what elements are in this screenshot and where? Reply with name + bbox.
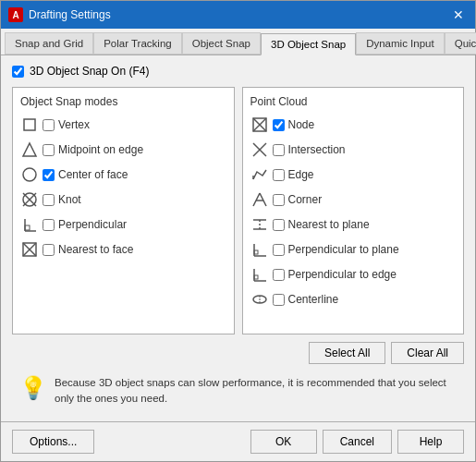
centerline-label: Centerline <box>288 293 339 306</box>
snap-centerline: Centerline <box>250 290 457 309</box>
knot-checkbox[interactable] <box>43 194 55 206</box>
perp-plane-icon <box>250 240 269 259</box>
help-button[interactable]: Help <box>397 430 464 454</box>
snap-perpendicular: Perpendicular <box>20 215 226 234</box>
corner-label: Corner <box>288 193 323 206</box>
tab-quick[interactable]: Quic <box>445 32 476 55</box>
center-face-label: Center of face <box>58 168 128 181</box>
snap-nearest-plane: Nearest to plane <box>250 215 457 234</box>
3d-snap-on-label: 3D Object Snap On (F4) <box>30 65 149 78</box>
node-icon <box>250 116 269 134</box>
main-checkbox-row: 3D Object Snap On (F4) <box>12 65 464 78</box>
snap-nearest-face: Nearest to face <box>20 240 226 259</box>
knot-label: Knot <box>58 193 81 206</box>
footer-right: OK Cancel Help <box>250 430 464 454</box>
corner-checkbox[interactable] <box>273 194 285 206</box>
perpendicular-label: Perpendicular <box>58 218 127 231</box>
snap-midpoint: Midpoint on edge <box>20 140 226 159</box>
app-icon: A <box>8 7 23 22</box>
svg-line-18 <box>253 193 260 206</box>
snap-perp-edge: Perpendicular to edge <box>250 265 457 284</box>
tab-snap-grid[interactable]: Snap and Grid <box>5 32 93 55</box>
bottom-area: Select All Clear All 💡 Because 3D object… <box>12 342 464 413</box>
perp-edge-icon <box>250 265 269 284</box>
intersection-checkbox[interactable] <box>273 144 285 156</box>
object-snap-panel: Object Snap modes Vertex Midpoint on edg… <box>12 87 235 334</box>
panels-row: Object Snap modes Vertex Midpoint on edg… <box>12 87 464 334</box>
content-area: 3D Object Snap On (F4) Object Snap modes… <box>1 55 475 421</box>
title-bar-left: A Drafting Settings <box>8 7 111 22</box>
title-bar: A Drafting Settings ✕ <box>1 1 475 29</box>
centerline-checkbox[interactable] <box>273 294 285 306</box>
tab-object-snap[interactable]: Object Snap <box>182 32 261 55</box>
point-cloud-title: Point Cloud <box>250 95 457 108</box>
object-snap-title: Object Snap modes <box>20 95 226 108</box>
svg-rect-0 <box>24 119 35 130</box>
snap-vertex: Vertex <box>20 116 226 134</box>
point-cloud-panel: Point Cloud Node <box>242 87 465 334</box>
nearest-face-icon <box>20 240 39 259</box>
nearest-plane-label: Nearest to plane <box>288 218 370 231</box>
vertex-checkbox[interactable] <box>43 119 55 131</box>
vertex-icon <box>20 116 39 134</box>
footer: Options... OK Cancel Help <box>1 421 475 461</box>
drafting-settings-window: A Drafting Settings ✕ Snap and Grid Pola… <box>0 0 476 462</box>
perp-edge-label: Perpendicular to edge <box>288 268 397 281</box>
cancel-button[interactable]: Cancel <box>323 430 392 454</box>
tab-3d-object-snap[interactable]: 3D Object Snap <box>261 33 356 55</box>
center-face-checkbox[interactable] <box>43 169 55 181</box>
nearest-plane-checkbox[interactable] <box>273 219 285 231</box>
lightbulb-icon: 💡 <box>19 375 47 401</box>
intersection-icon <box>250 140 269 159</box>
snap-perp-plane: Perpendicular to plane <box>250 240 457 259</box>
perp-plane-checkbox[interactable] <box>273 244 285 256</box>
corner-icon <box>250 190 269 209</box>
ok-button[interactable]: OK <box>250 430 317 454</box>
options-button[interactable]: Options... <box>12 430 94 454</box>
snap-knot: Knot <box>20 190 226 209</box>
nearest-plane-icon <box>250 215 269 234</box>
perpendicular-checkbox[interactable] <box>43 219 55 231</box>
tab-bar: Snap and Grid Polar Tracking Object Snap… <box>1 29 475 55</box>
vertex-label: Vertex <box>58 118 90 131</box>
close-button[interactable]: ✕ <box>449 6 468 24</box>
snap-node: Node <box>250 116 457 134</box>
snap-edge: Edge <box>250 165 457 184</box>
info-text: Because 3D object snaps can slow perform… <box>55 375 457 407</box>
tab-dynamic-input[interactable]: Dynamic Input <box>356 32 445 55</box>
center-face-icon <box>20 165 39 184</box>
svg-point-2 <box>23 168 36 181</box>
3d-snap-on-checkbox[interactable] <box>12 66 24 78</box>
midpoint-label: Midpoint on edge <box>58 143 143 156</box>
centerline-icon <box>250 290 269 309</box>
nearest-face-label: Nearest to face <box>58 243 133 256</box>
window-title: Drafting Settings <box>29 8 111 21</box>
info-row: 💡 Because 3D object snaps can slow perfo… <box>12 370 464 413</box>
snap-center-face: Center of face <box>20 165 226 184</box>
node-checkbox[interactable] <box>273 119 285 131</box>
snap-corner: Corner <box>250 190 457 209</box>
midpoint-checkbox[interactable] <box>43 144 55 156</box>
edge-icon <box>250 165 269 184</box>
edge-checkbox[interactable] <box>273 169 285 181</box>
perpendicular-icon <box>20 215 39 234</box>
node-label: Node <box>288 118 315 131</box>
footer-left: Options... <box>12 430 94 454</box>
knot-icon <box>20 190 39 209</box>
clear-all-button[interactable]: Clear All <box>391 342 464 364</box>
intersection-label: Intersection <box>288 143 346 156</box>
nearest-face-checkbox[interactable] <box>43 244 55 256</box>
perp-edge-checkbox[interactable] <box>273 269 285 281</box>
edge-label: Edge <box>288 168 314 181</box>
select-clear-row: Select All Clear All <box>12 342 464 364</box>
perp-plane-label: Perpendicular to plane <box>288 243 399 256</box>
snap-intersection: Intersection <box>250 140 457 159</box>
svg-line-19 <box>260 193 266 206</box>
svg-marker-1 <box>23 143 36 156</box>
midpoint-icon <box>20 140 39 159</box>
tab-polar-tracking[interactable]: Polar Tracking <box>93 32 182 55</box>
select-all-button[interactable]: Select All <box>309 342 385 364</box>
